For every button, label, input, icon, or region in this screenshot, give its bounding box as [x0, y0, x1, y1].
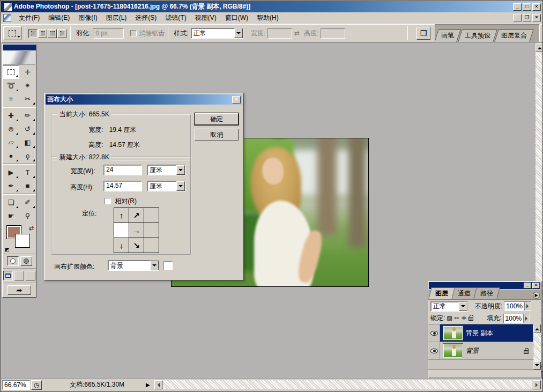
relative-checkbox[interactable]	[105, 198, 111, 204]
tab-tool-presets[interactable]: 工具预设	[458, 29, 497, 42]
active-tool-preview[interactable]	[3, 26, 21, 40]
tab-layers[interactable]: 图层	[428, 287, 455, 299]
anchor-middle-center[interactable]: →	[129, 223, 144, 238]
anchor-bottom-right[interactable]	[144, 238, 159, 253]
scroll-right-button[interactable]	[533, 380, 541, 389]
feather-input[interactable]: 0 px	[93, 28, 124, 39]
cancel-button[interactable]: 取消	[195, 129, 239, 140]
tool-pen[interactable]: ✒	[3, 179, 19, 193]
visibility-toggle[interactable]	[428, 324, 440, 342]
standard-mode-button[interactable]	[7, 256, 19, 266]
fill-field[interactable]: 100%	[503, 314, 531, 323]
height-input[interactable]	[321, 28, 345, 39]
lock-position-icon[interactable]: ✛	[462, 315, 466, 322]
tool-crop[interactable]: ⌗	[3, 92, 19, 106]
tool-healing-brush[interactable]: ✚	[3, 109, 19, 122]
width-input[interactable]	[267, 28, 292, 39]
chevron-down-icon[interactable]	[176, 165, 185, 175]
tool-rect-marquee[interactable]	[3, 65, 19, 79]
chevron-down-icon[interactable]	[234, 28, 243, 38]
tool-notes[interactable]: ❏	[3, 196, 19, 209]
menu-view[interactable]: 视图(V)	[191, 12, 221, 24]
layer-name[interactable]: 背景	[466, 346, 524, 356]
menu-select[interactable]: 选择(S)	[131, 12, 161, 24]
anchor-middle-right[interactable]	[144, 223, 159, 238]
dialog-titlebar[interactable]: 画布大小 ×	[46, 94, 242, 105]
doc-minimize-button[interactable]: _	[513, 14, 522, 21]
tool-eyedropper[interactable]: ✐	[19, 196, 36, 209]
style-select[interactable]: 正常	[191, 28, 243, 39]
dialog-close-button[interactable]: ×	[232, 96, 241, 103]
anchor-top-right[interactable]	[144, 208, 159, 223]
edit-in-imageready-button[interactable]: ➦	[8, 285, 31, 295]
close-button[interactable]: ×	[532, 3, 541, 11]
tab-brushes[interactable]: 画笔	[435, 29, 461, 42]
chevron-down-icon[interactable]	[150, 261, 159, 270]
new-height-input[interactable]: 14.57	[103, 181, 142, 191]
tool-hand[interactable]: ☛	[3, 209, 19, 223]
tool-history-brush[interactable]: ↺	[19, 122, 36, 136]
layer-list-scrollbar[interactable]	[533, 324, 541, 369]
scroll-up-button[interactable]	[535, 43, 543, 51]
ext-color-select[interactable]: 背景	[108, 260, 159, 271]
menu-filter[interactable]: 滤镜(T)	[161, 12, 190, 24]
blend-mode-select[interactable]: 正常	[430, 301, 468, 312]
anchor-bottom-left[interactable]: ↓	[114, 238, 129, 253]
layer-thumbnail[interactable]	[443, 344, 463, 358]
minimize-button[interactable]: _	[513, 3, 522, 11]
selection-add-button[interactable]	[38, 29, 47, 38]
selection-subtract-button[interactable]	[48, 29, 57, 38]
visibility-toggle[interactable]	[428, 342, 440, 359]
tool-magic-wand[interactable]: ✴	[19, 79, 36, 92]
horizontal-scrollbar[interactable]	[154, 380, 541, 390]
layer-row-background-copy[interactable]: 背景 副本	[428, 324, 533, 342]
doc-restore-button[interactable]: ❐	[523, 14, 531, 21]
anchor-top-center[interactable]: ↗	[129, 208, 144, 223]
tool-shape[interactable]: ■	[19, 179, 36, 193]
lock-transparency-icon[interactable]: ▨	[447, 315, 452, 322]
layer-thumbnail[interactable]	[443, 326, 463, 340]
doc-close-button[interactable]: ×	[532, 14, 541, 21]
tool-zoom[interactable]: ⚲	[19, 209, 36, 223]
layer-name[interactable]: 背景 副本	[466, 329, 533, 338]
quick-mask-button[interactable]	[20, 256, 32, 266]
screen-mode-full-button[interactable]	[26, 271, 35, 280]
status-clock-icon[interactable]: ◷	[31, 380, 42, 390]
background-color-swatch[interactable]	[16, 234, 29, 247]
lock-all-icon[interactable]	[468, 317, 473, 321]
height-unit-select[interactable]: 厘米	[147, 181, 185, 191]
panel-menu-button[interactable]: ▶	[533, 292, 540, 299]
new-width-input[interactable]: 24	[103, 165, 142, 175]
lock-paint-icon[interactable]: ✏	[455, 315, 459, 322]
swap-dimensions-icon[interactable]: ⇄	[294, 29, 300, 37]
palette-minimize-button[interactable]: _	[524, 283, 531, 289]
tool-path-select[interactable]: ▶	[3, 166, 19, 179]
screen-mode-standard-button[interactable]	[3, 271, 13, 280]
ext-color-swatch[interactable]	[163, 261, 173, 270]
tool-gradient[interactable]: ◧	[19, 136, 36, 149]
palette-close-button[interactable]: ×	[532, 283, 540, 289]
file-browser-button[interactable]: ❒	[416, 27, 430, 40]
default-colors-icon[interactable]: ◩	[5, 247, 10, 253]
opacity-slider-arrow[interactable]	[524, 302, 531, 310]
ok-button[interactable]: 确定	[195, 113, 239, 125]
anchor-top-left[interactable]: ↑	[114, 208, 129, 223]
fill-slider-arrow[interactable]	[523, 314, 530, 323]
tool-lasso[interactable]: ➰	[3, 79, 19, 92]
tool-eraser[interactable]: ▱	[3, 136, 19, 149]
scroll-left-button[interactable]	[154, 380, 162, 389]
selection-intersect-button[interactable]	[57, 29, 66, 38]
layer-row-background[interactable]: 背景	[428, 342, 533, 360]
swap-colors-icon[interactable]: ⇄	[29, 225, 34, 232]
tool-dodge[interactable]: ϙ	[19, 149, 36, 162]
photoshop-feather-logo[interactable]	[3, 51, 35, 65]
width-unit-select[interactable]: 厘米	[147, 165, 185, 175]
selection-new-button[interactable]	[28, 29, 38, 38]
menu-file[interactable]: 文件(F)	[14, 12, 44, 24]
menu-image[interactable]: 图像(I)	[74, 12, 101, 24]
tool-brush[interactable]: ✏	[19, 109, 36, 122]
tool-clone-stamp[interactable]: ⊚	[3, 122, 19, 136]
chevron-down-icon[interactable]	[459, 302, 467, 311]
zoom-level-input[interactable]: 66.67%	[2, 380, 30, 390]
chevron-down-icon[interactable]	[176, 181, 185, 191]
